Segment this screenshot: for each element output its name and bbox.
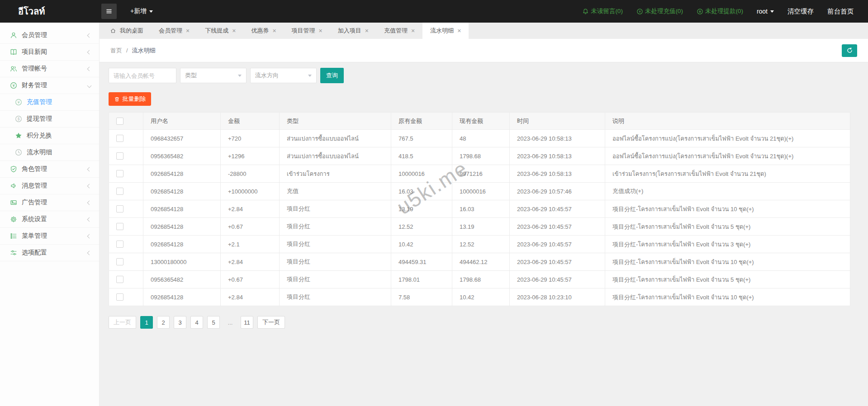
cell-desc: 项目分红-โครงการเสาเข็มไฟฟ้า Evolt จำนวน 3 ช… (605, 236, 850, 253)
pagination: 上一页 1 2 3 4 5 ... 11 (109, 316, 859, 329)
book-icon (10, 48, 17, 56)
sidebar-item-recharge[interactable]: ¥ 充值管理 (0, 94, 99, 111)
close-icon[interactable]: × (411, 28, 415, 34)
cell-user: 0968432657 (143, 130, 221, 147)
tab-label: 下线提成 (205, 27, 228, 35)
sidebar-item-roles[interactable]: 角色管理 (0, 161, 99, 178)
row-checkbox[interactable] (116, 276, 123, 283)
page-button[interactable]: 11 (241, 316, 253, 329)
tab-join-project[interactable]: 加入项目× (330, 23, 376, 39)
tab-transaction-details[interactable]: 流水明细× (422, 23, 469, 39)
sidebar-toggle-button[interactable] (101, 4, 117, 19)
close-icon[interactable]: × (365, 28, 369, 34)
unread-messages-link[interactable]: 未读留言(0) (582, 7, 623, 15)
sidebar-item-finance[interactable]: ¥ 财务管理 (0, 77, 99, 94)
add-new-dropdown[interactable]: +新增 (130, 7, 153, 15)
yen-circle-icon: ¥ (10, 82, 17, 89)
row-checkbox[interactable] (116, 152, 123, 160)
sidebar-item-ads[interactable]: 广告管理 (0, 194, 99, 211)
batch-delete-button[interactable]: 批量删除 (109, 92, 151, 106)
page-button[interactable]: 5 (207, 316, 220, 329)
breadcrumb-home-link[interactable]: 首页 (110, 47, 122, 55)
row-checkbox[interactable] (116, 205, 123, 212)
refresh-button[interactable] (842, 44, 857, 57)
page-button[interactable]: 4 (190, 316, 203, 329)
username: root (757, 8, 768, 15)
svg-text:¥: ¥ (12, 83, 15, 88)
row-checkbox[interactable] (116, 223, 123, 230)
sidebar-item-label: 选项配置 (22, 249, 88, 257)
row-checkbox[interactable] (116, 188, 123, 195)
sidebar-item-messages[interactable]: 消息管理 (0, 178, 99, 194)
member-account-input[interactable] (109, 68, 176, 83)
close-icon[interactable]: × (272, 28, 276, 34)
recharge-coin-icon: ¥ (636, 8, 643, 15)
tab-members[interactable]: 会员管理× (151, 23, 197, 39)
tab-my-desktop[interactable]: 我的桌面 (102, 23, 151, 39)
search-button[interactable]: 查询 (320, 68, 344, 83)
cell-amount: +2.1 (221, 236, 280, 253)
chevron-left-icon (87, 33, 92, 38)
sidebar-item-transaction-details[interactable]: 流水明细 (0, 144, 99, 161)
flow-direction-select[interactable]: 流水方向 (250, 68, 317, 83)
tab-projects[interactable]: 项目管理× (284, 23, 330, 39)
row-checkbox[interactable] (116, 170, 123, 177)
admin-app: อีโวลท์ +新增 未读留言(0) ¥ (0, 0, 868, 406)
cell-after: 1798.68 (452, 271, 510, 288)
pending-withdrawal-link[interactable]: 未处理提款(0) (697, 7, 743, 15)
close-icon[interactable]: × (319, 28, 323, 34)
close-icon[interactable]: × (457, 28, 461, 34)
page-button[interactable]: 2 (157, 316, 170, 329)
transactions-table: 用户名 金额 类型 原有金额 现有金额 时间 说明 0968432657 (109, 112, 850, 306)
sidebar-item-option-config[interactable]: 选项配置 (0, 245, 99, 261)
cell-amount: +0.67 (221, 271, 280, 288)
cell-desc: 项目分红-โครงการเสาเข็มไฟฟ้า Evolt จำนวน 5 ช… (605, 271, 850, 288)
sidebar-item-points-exchange[interactable]: 积分兑换 (0, 127, 99, 144)
topbar-right: 未读留言(0) ¥ 未处理充值(0) 未处理提款(0) root (582, 7, 868, 16)
breadcrumb: 首页 / 流水明细 (110, 47, 156, 55)
tab-coupons[interactable]: 优惠券× (243, 23, 284, 39)
row-checkbox[interactable] (116, 293, 123, 301)
user-menu[interactable]: root (757, 8, 774, 15)
sidebar-item-system-settings[interactable]: 系统设置 (0, 211, 99, 228)
sidebar-item-withdraw[interactable]: $ 提现管理 (0, 111, 99, 127)
pending-recharge-link[interactable]: ¥ 未处理充值(0) (636, 7, 683, 15)
front-home-button[interactable]: 前台首页 (827, 7, 854, 16)
cell-desc: 项目分红-โครงการเสาเข็มไฟฟ้า Evolt จำนวน 10 … (605, 288, 850, 306)
cell-before: 418.5 (391, 147, 452, 165)
row-checkbox[interactable] (116, 241, 123, 248)
page-button[interactable]: 3 (174, 316, 186, 329)
sidebar-item-menu-management[interactable]: 菜单管理 (0, 228, 99, 245)
cell-desc: ออฟไลน์ซื้อโครงการแบ่ง(โครงการเสาเข็มไฟฟ… (605, 130, 850, 147)
select-all-checkbox[interactable] (116, 118, 123, 125)
tab-recharge[interactable]: 充值管理× (376, 23, 422, 39)
close-icon[interactable]: × (232, 28, 236, 34)
cell-amount: +2.84 (221, 200, 280, 218)
type-select[interactable]: 类型 (180, 68, 247, 83)
clear-cache-button[interactable]: 清空缓存 (787, 7, 814, 16)
sliders-icon (10, 249, 17, 256)
shield-check-icon (10, 165, 17, 173)
next-page-button[interactable]: 下一页 (257, 316, 285, 329)
cell-desc: 项目分红-โครงการเสาเข็มไฟฟ้า Evolt จำนวน 5 ช… (605, 218, 850, 236)
page-button[interactable]: 1 (140, 316, 153, 329)
add-new-label: +新增 (130, 7, 147, 15)
row-checkbox[interactable] (116, 258, 123, 265)
chevron-left-icon (87, 167, 92, 171)
tab-downline-commission[interactable]: 下线提成× (197, 23, 243, 39)
sidebar-item-admin-accounts[interactable]: 管理帐号 (0, 61, 99, 77)
row-checkbox[interactable] (116, 135, 123, 142)
topbar: อีโวลท์ +新增 未读留言(0) ¥ (0, 0, 868, 23)
chevron-left-icon (87, 234, 92, 238)
prev-page-button[interactable]: 上一页 (109, 316, 136, 329)
cell-amount: +0.67 (221, 218, 280, 236)
page-button[interactable]: ... (224, 316, 237, 329)
sidebar-item-members[interactable]: 会员管理 (0, 27, 99, 44)
close-icon[interactable]: × (186, 28, 190, 34)
cell-user: 13000180000 (143, 253, 221, 271)
cell-time: 2023-06-28 10:23:10 (510, 288, 605, 306)
svg-text:$: $ (18, 117, 20, 121)
bell-icon (582, 8, 589, 15)
sidebar-item-project-news[interactable]: 项目新闻 (0, 44, 99, 61)
chevron-left-icon (87, 50, 92, 54)
